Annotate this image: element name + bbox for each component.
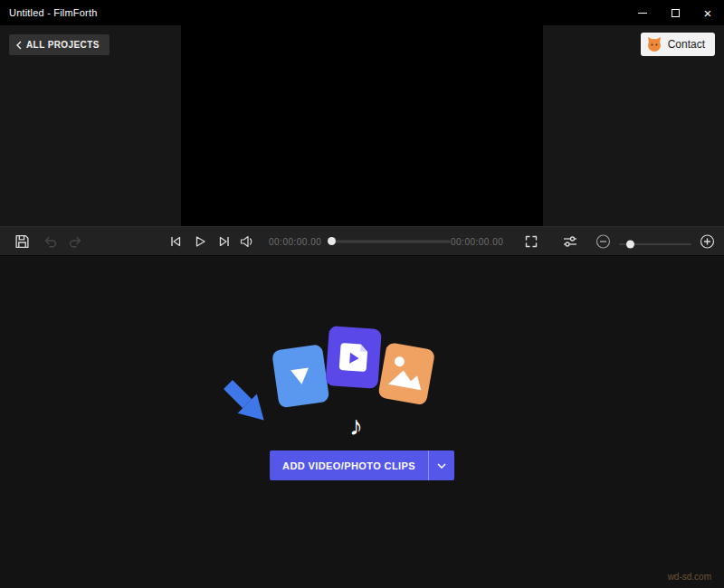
titlebar: Untitled - FilmForth × [0, 0, 724, 25]
redo-button[interactable] [68, 234, 83, 248]
undo-icon [43, 234, 58, 248]
total-time-label: 00:00:00.00 [451, 236, 503, 246]
timeline-area: ♪ ADD VIDEO/PHOTO CLIPS wd-sd.com [0, 256, 724, 588]
zoom-slider-thumb[interactable] [626, 240, 634, 248]
contact-fox-icon [646, 37, 662, 52]
contact-button[interactable]: Contact [641, 33, 715, 56]
window-controls: × [626, 0, 724, 25]
zoom-out-button[interactable] [595, 233, 611, 249]
preview-row: ALL PROJECTS Contact [0, 25, 724, 226]
zoom-slider[interactable] [619, 243, 691, 245]
play-button[interactable] [193, 234, 207, 249]
music-note-icon: ♪ [349, 411, 363, 441]
chevron-down-icon [437, 463, 446, 469]
skip-to-end-icon [217, 234, 232, 249]
left-panel: ALL PROJECTS [0, 25, 181, 226]
video-preview[interactable] [181, 25, 543, 226]
zoom-out-icon [595, 233, 611, 249]
maximize-button[interactable] [659, 0, 691, 25]
zoom-in-button[interactable] [700, 233, 715, 249]
right-panel: Contact [543, 25, 724, 226]
current-time-label: 00:00:00.00 [269, 236, 321, 246]
add-clips-dropdown[interactable] [428, 450, 454, 480]
skip-to-start-icon [168, 234, 183, 249]
playback-toolbar: 00:00:00.00 00:00:00.00 [0, 226, 724, 256]
volume-button[interactable] [239, 234, 254, 249]
zoom-in-icon [700, 233, 715, 249]
contact-label: Contact [668, 38, 705, 51]
volume-icon [239, 234, 254, 249]
close-icon: × [704, 6, 712, 20]
skip-to-start-button[interactable] [168, 234, 183, 249]
playback-progress-slider[interactable] [328, 240, 451, 242]
adjust-button[interactable] [562, 234, 578, 249]
all-projects-button[interactable]: ALL PROJECTS [9, 34, 110, 55]
photo-card-icon [377, 342, 435, 405]
save-icon [14, 233, 30, 249]
minimize-icon [638, 13, 647, 14]
empty-timeline-illustration: ♪ [215, 319, 452, 446]
arrow-icon [218, 375, 273, 430]
filmforth-window: Untitled - FilmForth × ALL PROJECTS [0, 0, 724, 588]
close-button[interactable]: × [691, 0, 724, 25]
playback-progress-thumb[interactable] [328, 237, 336, 245]
video-clip-card-icon [272, 344, 329, 408]
play-icon [193, 234, 207, 249]
add-clips-label: ADD VIDEO/PHOTO CLIPS [270, 450, 428, 480]
fullscreen-button[interactable] [524, 234, 538, 249]
all-projects-label: ALL PROJECTS [26, 40, 100, 50]
window-title: Untitled - FilmForth [9, 7, 98, 18]
adjust-icon [562, 234, 578, 249]
add-video-photo-clips-button[interactable]: ADD VIDEO/PHOTO CLIPS [270, 450, 454, 480]
redo-icon [68, 234, 83, 248]
video-file-card-icon [325, 326, 381, 389]
watermark: wd-sd.com [668, 572, 711, 582]
save-button[interactable] [14, 233, 30, 249]
maximize-icon [672, 9, 680, 17]
undo-button[interactable] [43, 234, 58, 248]
minimize-button[interactable] [626, 0, 659, 25]
skip-to-end-button[interactable] [217, 234, 232, 249]
chevron-left-icon [16, 41, 22, 50]
fullscreen-icon [524, 234, 538, 249]
